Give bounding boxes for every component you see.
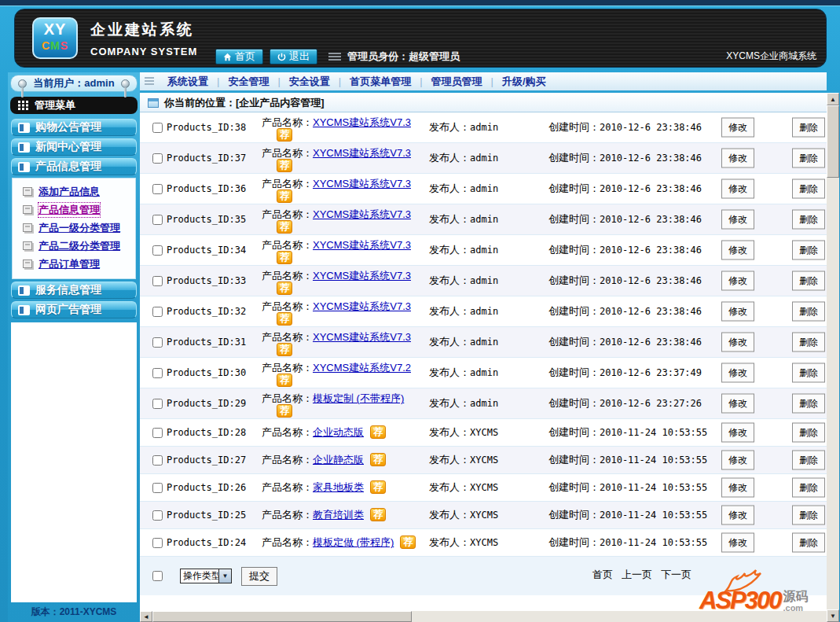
scroll-left-icon[interactable]: ◄ — [140, 611, 152, 622]
row-checkbox[interactable] — [152, 483, 163, 493]
sidebar-group[interactable]: 服务信息管理 — [11, 282, 137, 299]
edit-button[interactable]: 修改 — [721, 506, 754, 525]
edit-button[interactable]: 修改 — [721, 533, 754, 553]
delete-button[interactable]: 删除 — [792, 506, 825, 525]
delete-button[interactable]: 删除 — [792, 394, 825, 414]
row-checkbox[interactable] — [152, 307, 163, 317]
vertical-scrollbar[interactable]: ▲ ▼ — [827, 93, 839, 622]
publisher-value: admin — [470, 245, 498, 256]
pagination-prev[interactable]: 上一页 — [622, 568, 652, 582]
delete-button[interactable]: 删除 — [792, 271, 825, 291]
row-checkbox[interactable] — [152, 510, 163, 521]
main-area: 系统设置|安全管理|安全设置|首页菜单管理|管理员管理|升级/购买 你当前的位置… — [140, 72, 827, 622]
edit-button[interactable]: 修改 — [721, 271, 754, 291]
edit-button[interactable]: 修改 — [721, 179, 754, 199]
product-name-link[interactable]: XYCMS建站系统V7.3 — [313, 208, 411, 220]
top-nav-item[interactable]: 安全设置 — [289, 75, 330, 87]
vertical-scroll-thumb[interactable] — [827, 105, 839, 178]
edit-button[interactable]: 修改 — [721, 333, 754, 352]
scroll-up-icon[interactable]: ▲ — [827, 93, 839, 105]
delete-button[interactable]: 删除 — [792, 149, 825, 168]
delete-button[interactable]: 删除 — [792, 179, 825, 199]
created-cell: 创建时间：2010-12-6 23:38:46 — [548, 151, 702, 165]
sidebar-group[interactable]: 产品信息管理 — [11, 158, 137, 175]
row-checkbox[interactable] — [152, 428, 163, 438]
edit-button[interactable]: 修改 — [721, 394, 754, 414]
edit-button[interactable]: 修改 — [721, 478, 754, 498]
sidebar-group[interactable]: 购物公告管理 — [11, 119, 137, 136]
edit-button[interactable]: 修改 — [721, 241, 754, 260]
product-name-link[interactable]: XYCMS建站系统V7.3 — [313, 331, 411, 343]
top-nav-item[interactable]: 升级/购买 — [502, 75, 546, 87]
delete-button[interactable]: 删除 — [792, 423, 825, 443]
product-name-link[interactable]: 企业动态版 — [313, 426, 364, 438]
watermark-suffix: 源码 — [783, 591, 808, 603]
delete-button[interactable]: 删除 — [792, 118, 825, 138]
sidebar-subitem-link[interactable]: 添加产品信息 — [39, 185, 100, 199]
top-nav-item[interactable]: 系统设置 — [167, 75, 208, 87]
sidebar-group[interactable]: 网页广告管理 — [11, 301, 137, 318]
product-name-link[interactable]: XYCMS建站系统V7.3 — [313, 178, 411, 190]
row-checkbox[interactable] — [152, 184, 163, 194]
select-all-checkbox[interactable] — [152, 571, 163, 581]
row-checkbox[interactable] — [152, 455, 163, 466]
delete-button[interactable]: 删除 — [792, 478, 825, 498]
window-icon — [18, 162, 30, 172]
delete-button[interactable]: 删除 — [792, 302, 825, 322]
edit-button[interactable]: 修改 — [721, 363, 754, 383]
edit-button[interactable]: 修改 — [721, 210, 754, 230]
edit-button[interactable]: 修改 — [721, 149, 754, 168]
row-checkbox[interactable] — [152, 245, 163, 256]
product-name-link[interactable]: 企业静态版 — [313, 454, 364, 466]
product-name-label: 产品名称： — [262, 300, 313, 312]
delete-button[interactable]: 删除 — [792, 333, 825, 352]
edit-button[interactable]: 修改 — [721, 302, 754, 322]
sidebar-group[interactable]: 新闻中心管理 — [11, 138, 137, 156]
product-name-link[interactable]: XYCMS建站系统V7.3 — [313, 116, 411, 128]
top-nav-item[interactable]: 首页菜单管理 — [350, 75, 411, 87]
sidebar-subitem-link[interactable]: 产品一级分类管理 — [39, 221, 120, 235]
delete-button[interactable]: 删除 — [792, 533, 825, 553]
delete-button[interactable]: 删除 — [792, 451, 825, 470]
edit-button[interactable]: 修改 — [721, 423, 754, 443]
row-checkbox[interactable] — [152, 123, 163, 133]
logout-button[interactable]: 退出 — [270, 49, 317, 64]
submit-button[interactable]: 提交 — [241, 567, 277, 586]
top-nav-item[interactable]: 安全管理 — [228, 75, 269, 87]
row-checkbox[interactable] — [152, 399, 163, 409]
home-button[interactable]: 首页 — [215, 49, 263, 64]
pagination-next[interactable]: 下一页 — [661, 568, 691, 582]
action-type-value: 操作类型 — [181, 569, 218, 583]
product-name-link[interactable]: 模板定制 (不带程序) — [313, 392, 404, 404]
row-checkbox[interactable] — [152, 215, 163, 225]
row-checkbox[interactable] — [152, 276, 163, 286]
product-name-link[interactable]: XYCMS建站系统V7.3 — [313, 239, 411, 251]
top-nav-item[interactable]: 管理员管理 — [431, 75, 482, 87]
edit-button[interactable]: 修改 — [721, 118, 754, 138]
sidebar-subitem-link[interactable]: 产品二级分类管理 — [39, 239, 120, 253]
edit-button[interactable]: 修改 — [721, 451, 754, 470]
sidebar-subitem-link[interactable]: 产品信息管理 — [39, 203, 100, 217]
product-name-link[interactable]: XYCMS建站系统V7.2 — [313, 362, 411, 374]
row-checkbox[interactable] — [152, 337, 163, 348]
delete-button[interactable]: 删除 — [792, 241, 825, 260]
product-name-link[interactable]: 教育培训类 — [313, 509, 364, 521]
product-name-link[interactable]: XYCMS建站系统V7.3 — [313, 300, 411, 312]
delete-button[interactable]: 删除 — [792, 210, 825, 230]
row-checkbox[interactable] — [152, 153, 163, 164]
app-logo: XY CMS — [32, 17, 78, 59]
row-checkbox[interactable] — [152, 538, 163, 548]
sidebar-subitem-link[interactable]: 产品订单管理 — [39, 257, 100, 271]
pagination-first[interactable]: 首页 — [592, 568, 613, 582]
product-name-cell: 产品名称：XYCMS建站系统V7.3 — [262, 177, 411, 191]
product-name-link[interactable]: XYCMS建站系统V7.3 — [313, 270, 411, 282]
row-checkbox[interactable] — [152, 368, 163, 378]
horizontal-scroll-thumb[interactable] — [152, 611, 412, 622]
publisher-value: admin — [470, 398, 498, 409]
row-select-cell: Products_ID:32 — [152, 306, 246, 317]
delete-button[interactable]: 删除 — [792, 363, 825, 383]
action-type-select[interactable]: 操作类型 ▼ — [180, 569, 232, 583]
product-name-link[interactable]: XYCMS建站系统V7.3 — [313, 147, 411, 159]
product-name-link[interactable]: 模板定做 (带程序) — [313, 536, 394, 548]
product-name-link[interactable]: 家具地板类 — [313, 481, 364, 493]
